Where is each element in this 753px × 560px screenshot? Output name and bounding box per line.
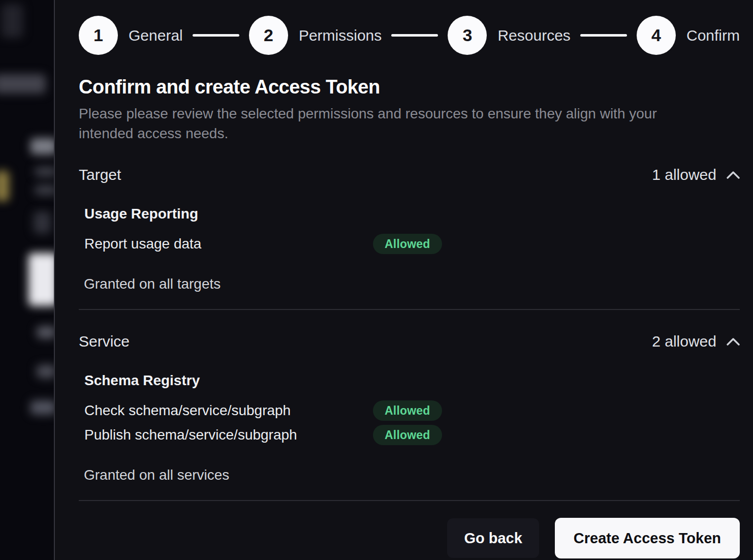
blurred-icon bbox=[34, 211, 51, 234]
blurred-label bbox=[37, 365, 54, 378]
step-label: Confirm bbox=[686, 27, 740, 44]
step-label: General bbox=[129, 27, 183, 44]
allowed-count: 2 allowed bbox=[652, 331, 716, 352]
status-badge: Allowed bbox=[373, 234, 442, 254]
granted-scope-text: Granted on all services bbox=[84, 466, 740, 484]
blurred-accent-block bbox=[0, 171, 9, 201]
footer-actions: Go back Create Access Token bbox=[79, 518, 740, 558]
chevron-up-icon[interactable] bbox=[727, 337, 740, 346]
allowed-count: 1 allowed bbox=[652, 165, 716, 185]
step-confirm[interactable]: 4 Confirm bbox=[637, 16, 740, 55]
section-name: Service bbox=[79, 331, 130, 352]
stepper-connector bbox=[193, 34, 239, 37]
permission-row: Check schema/service/subgraph Allowed bbox=[84, 400, 740, 421]
section-target-header[interactable]: Target 1 allowed bbox=[79, 165, 740, 185]
footer-divider bbox=[79, 500, 740, 501]
screen: 1 General 2 Permissions 3 Resources 4 Co… bbox=[0, 0, 753, 560]
section-name: Target bbox=[79, 165, 121, 185]
blurred-logo bbox=[2, 4, 23, 38]
blurred-label bbox=[30, 400, 54, 415]
blurred-nav-item bbox=[0, 74, 46, 94]
stepper: 1 General 2 Permissions 3 Resources 4 Co… bbox=[79, 16, 740, 55]
permission-label: Publish schema/service/subgraph bbox=[84, 427, 373, 443]
status-badge: Allowed bbox=[373, 425, 442, 445]
blurred-label bbox=[37, 326, 54, 338]
step-number-circle: 2 bbox=[249, 16, 288, 55]
permission-label: Report usage data bbox=[84, 236, 373, 252]
step-label: Permissions bbox=[299, 27, 382, 44]
section-target: Target 1 allowed Usage Reporting Report … bbox=[79, 165, 740, 293]
section-allowed-summary: 2 allowed bbox=[652, 331, 740, 352]
step-resources[interactable]: 3 Resources bbox=[448, 16, 570, 55]
create-access-token-button[interactable]: Create Access Token bbox=[555, 518, 740, 558]
step-label: Resources bbox=[497, 27, 570, 44]
page-title: Confirm and create Access Token bbox=[79, 75, 740, 99]
chevron-up-icon[interactable] bbox=[727, 171, 740, 179]
section-allowed-summary: 1 allowed bbox=[652, 165, 740, 185]
blurred-body-text bbox=[35, 185, 54, 195]
permission-label: Check schema/service/subgraph bbox=[84, 402, 373, 419]
permission-group-title: Usage Reporting bbox=[84, 205, 740, 223]
blurred-white-card bbox=[28, 253, 54, 306]
section-divider bbox=[79, 309, 740, 310]
permission-group-title: Schema Registry bbox=[84, 372, 740, 389]
permission-row: Publish schema/service/subgraph Allowed bbox=[84, 425, 740, 445]
permission-row: Report usage data Allowed bbox=[84, 234, 740, 254]
blurred-heading-text bbox=[30, 138, 54, 154]
step-permissions[interactable]: 2 Permissions bbox=[249, 16, 382, 55]
create-access-token-panel: 1 General 2 Permissions 3 Resources 4 Co… bbox=[54, 0, 753, 560]
background-app-blurred bbox=[0, 0, 54, 560]
step-general[interactable]: 1 General bbox=[79, 16, 183, 55]
go-back-button[interactable]: Go back bbox=[447, 518, 539, 558]
stepper-connector bbox=[391, 34, 438, 37]
section-service-header[interactable]: Service 2 allowed bbox=[79, 331, 740, 352]
stepper-connector bbox=[580, 34, 627, 37]
step-number-circle: 4 bbox=[637, 16, 676, 55]
status-badge: Allowed bbox=[373, 400, 442, 421]
section-service: Service 2 allowed Schema Registry Check … bbox=[79, 331, 740, 484]
step-number-circle: 1 bbox=[79, 16, 118, 55]
blurred-body-text bbox=[35, 167, 54, 177]
page-subtitle: Please please review the selected permis… bbox=[79, 104, 706, 143]
granted-scope-text: Granted on all targets bbox=[84, 275, 740, 293]
step-number-circle: 3 bbox=[448, 16, 487, 55]
